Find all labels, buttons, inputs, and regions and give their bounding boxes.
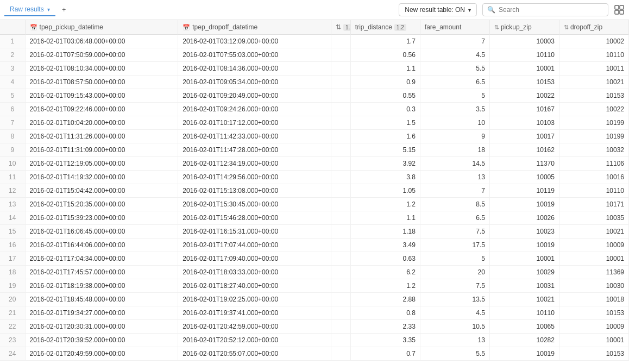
row-number-cell: 11 bbox=[0, 171, 25, 184]
dropoff-datetime-cell: 2016-02-01T15:30:45.000+00:00 bbox=[178, 198, 331, 211]
pickup-datetime-cell: 2016-02-01T18:19:38.000+00:00 bbox=[25, 279, 178, 293]
dropoff-datetime-cell: 2016-02-01T20:52:12.000+00:00 bbox=[178, 334, 331, 347]
fare-amount-cell: 9 bbox=[420, 130, 489, 143]
dropoff-zip-cell: 10032 bbox=[559, 143, 628, 157]
dropoff-zip-cell: 10009 bbox=[559, 239, 628, 252]
fare-amount-cell: 3.5 bbox=[420, 103, 489, 116]
row-number-cell: 2 bbox=[0, 48, 25, 62]
row-number-cell: 1 bbox=[0, 35, 25, 48]
pickup-datetime-cell: 2016-02-01T11:31:09.000+00:00 bbox=[25, 143, 178, 157]
trip-distance-cell: 0.63 bbox=[350, 252, 420, 266]
svg-rect-1 bbox=[620, 5, 624, 9]
table-row: 92016-02-01T11:31:09.000+00:002016-02-01… bbox=[0, 143, 629, 157]
search-icon: 🔍 bbox=[487, 6, 495, 14]
th-dropoff-zip[interactable]: ⇅ dropoff_zip bbox=[559, 20, 628, 35]
pickup-datetime-cell: 2016-02-01T17:45:57.000+00:00 bbox=[25, 266, 178, 279]
fare-amount-cell: 13 bbox=[420, 334, 489, 347]
raw-results-tab[interactable]: Raw results ▾ bbox=[4, 3, 55, 16]
table-row: 132016-02-01T15:20:35.000+00:002016-02-0… bbox=[0, 198, 629, 211]
table-row: 102016-02-01T12:19:05.000+00:002016-02-0… bbox=[0, 157, 629, 171]
fare-amount-cell: 8.5 bbox=[420, 198, 489, 211]
pickup-datetime-cell: 2016-02-01T15:20:35.000+00:00 bbox=[25, 198, 178, 211]
sort-cell bbox=[331, 306, 350, 320]
pickup-datetime-cell: 2016-02-01T16:06:45.000+00:00 bbox=[25, 225, 178, 239]
pickup-zip-cell: 10026 bbox=[489, 211, 559, 225]
dropoff-zip-cell: 10018 bbox=[559, 293, 628, 306]
table-row: 212016-02-01T19:34:27.000+00:002016-02-0… bbox=[0, 306, 629, 320]
new-result-toggle[interactable]: New result table: ON ▾ bbox=[399, 3, 477, 16]
sort-cell bbox=[331, 225, 350, 239]
fare-amount-cell: 5 bbox=[420, 89, 489, 103]
svg-rect-0 bbox=[615, 5, 619, 9]
fare-amount-cell: 4.5 bbox=[420, 48, 489, 62]
pickup-datetime-cell: 2016-02-01T07:50:59.000+00:00 bbox=[25, 48, 178, 62]
add-tab-button[interactable]: + bbox=[58, 3, 71, 16]
row-number-cell: 16 bbox=[0, 239, 25, 252]
pickup-datetime-cell: 2016-02-01T18:45:48.000+00:00 bbox=[25, 293, 178, 306]
dropoff-datetime-cell: 2016-02-01T20:42:59.000+00:00 bbox=[178, 320, 331, 334]
dropoff-datetime-cell: 2016-02-01T18:03:33.000+00:00 bbox=[178, 266, 331, 279]
pickup-datetime-cell: 2016-02-01T20:30:31.000+00:00 bbox=[25, 320, 178, 334]
sort-cell bbox=[331, 198, 350, 211]
dropoff-zip-cell: 10021 bbox=[559, 76, 628, 89]
trip-distance-cell: 1.1 bbox=[350, 62, 420, 76]
sort-cell bbox=[331, 103, 350, 116]
th-trip-distance[interactable]: trip_distance 1.2 bbox=[350, 20, 420, 35]
table-row: 172016-02-01T17:04:34.000+00:002016-02-0… bbox=[0, 252, 629, 266]
th-dropoff-datetime[interactable]: 📅 tpep_dropoff_datetime bbox=[178, 20, 331, 35]
sort-cell bbox=[331, 48, 350, 62]
sort-badge: 1.2 bbox=[343, 24, 350, 31]
trip-distance-cell: 2.33 bbox=[350, 320, 420, 334]
pickup-datetime-cell: 2016-02-01T19:34:27.000+00:00 bbox=[25, 306, 178, 320]
sort-cell bbox=[331, 293, 350, 306]
th-fare-amount[interactable]: fare_amount bbox=[420, 20, 489, 35]
trip-distance-cell: 1.18 bbox=[350, 225, 420, 239]
sort-cell bbox=[331, 130, 350, 143]
fare-amount-cell: 7.5 bbox=[420, 279, 489, 293]
table-row: 152016-02-01T16:06:45.000+00:002016-02-0… bbox=[0, 225, 629, 239]
th-pickup-datetime[interactable]: 📅 tpep_pickup_datetime bbox=[25, 20, 178, 35]
th-pickup-zip-label: pickup_zip bbox=[501, 23, 532, 31]
row-number-cell: 18 bbox=[0, 266, 25, 279]
fare-amount-cell: 13 bbox=[420, 171, 489, 184]
table-row: 242016-02-01T20:49:59.000+00:002016-02-0… bbox=[0, 347, 629, 361]
pickup-datetime-cell: 2016-02-01T14:19:32.000+00:00 bbox=[25, 171, 178, 184]
pickup-zip-cell: 10019 bbox=[489, 198, 559, 211]
pickup-datetime-cell: 2016-02-01T10:04:20.000+00:00 bbox=[25, 116, 178, 130]
th-pickup-zip[interactable]: ⇅ pickup_zip bbox=[489, 20, 559, 35]
sort-cell bbox=[331, 157, 350, 171]
layout-toggle-button[interactable] bbox=[614, 4, 625, 15]
row-number-cell: 20 bbox=[0, 293, 25, 306]
pickup-zip-cell: 10019 bbox=[489, 239, 559, 252]
search-input[interactable] bbox=[499, 6, 603, 14]
dropoff-datetime-cell: 2016-02-01T11:47:28.000+00:00 bbox=[178, 143, 331, 157]
dropoff-zip-cell: 10035 bbox=[559, 211, 628, 225]
trip-distance-cell: 1.2 bbox=[350, 198, 420, 211]
trip-distance-cell: 3.8 bbox=[350, 171, 420, 184]
fare-amount-cell: 14.5 bbox=[420, 157, 489, 171]
pickup-zip-cell: 10031 bbox=[489, 279, 559, 293]
tab-dropdown-icon[interactable]: ▾ bbox=[47, 7, 50, 12]
pickup-datetime-cell: 2016-02-01T20:39:52.000+00:00 bbox=[25, 334, 178, 347]
trip-distance-cell: 3.49 bbox=[350, 239, 420, 252]
row-number-cell: 15 bbox=[0, 225, 25, 239]
table-row: 82016-02-01T11:31:26.000+00:002016-02-01… bbox=[0, 130, 629, 143]
dropoff-zip-cell: 11106 bbox=[559, 157, 628, 171]
dropoff-datetime-cell: 2016-02-01T09:24:26.000+00:00 bbox=[178, 103, 331, 116]
data-table-container: 📅 tpep_pickup_datetime 📅 tpep_dropoff_da… bbox=[0, 20, 629, 364]
pickup-datetime-cell: 2016-02-01T11:31:26.000+00:00 bbox=[25, 130, 178, 143]
fare-amount-cell: 17.5 bbox=[420, 239, 489, 252]
th-sort[interactable]: ⇅ 1.2 bbox=[331, 20, 350, 35]
sort-cell bbox=[331, 320, 350, 334]
dropoff-datetime-cell: 2016-02-01T19:37:41.000+00:00 bbox=[178, 306, 331, 320]
search-box[interactable]: 🔍 bbox=[482, 3, 608, 16]
dropoff-datetime-cell: 2016-02-01T17:07:44.000+00:00 bbox=[178, 239, 331, 252]
dropoff-datetime-cell: 2016-02-01T18:27:40.000+00:00 bbox=[178, 279, 331, 293]
tab-label: Raw results bbox=[10, 5, 44, 13]
trip-distance-cell: 1.2 bbox=[350, 279, 420, 293]
trip-distance-cell: 1.1 bbox=[350, 211, 420, 225]
trip-distance-cell: 2.88 bbox=[350, 293, 420, 306]
row-number-cell: 5 bbox=[0, 89, 25, 103]
results-table: 📅 tpep_pickup_datetime 📅 tpep_dropoff_da… bbox=[0, 20, 629, 361]
sort-cell bbox=[331, 239, 350, 252]
